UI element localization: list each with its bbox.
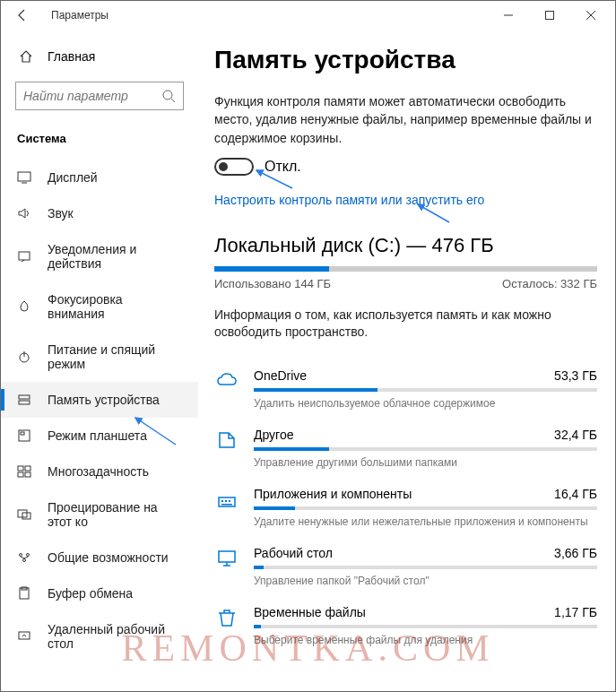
svg-rect-8 [19, 252, 30, 260]
storage-category[interactable]: OneDrive53,3 ГБУдалить неиспользуемое об… [214, 359, 597, 419]
back-button[interactable] [4, 1, 40, 30]
category-desc: Управление другими большими папками [254, 456, 597, 469]
home-icon [19, 49, 33, 64]
sidebar-item-label: Многозадачность [48, 464, 149, 479]
remote-icon [17, 629, 31, 644]
svg-point-23 [27, 554, 30, 557]
sidebar-item-multitask[interactable]: Многозадачность [1, 454, 198, 489]
sidebar-item-label: Дисплей [48, 170, 98, 185]
disk-used: Использовано 144 ГБ [214, 277, 331, 290]
sidebar-item-remote[interactable]: Удаленный рабочий стол [1, 611, 198, 662]
sidebar-item-label: Проецирование на этот ко [48, 500, 182, 529]
svg-rect-16 [18, 466, 23, 471]
sidebar-item-storage[interactable]: Память устройства [1, 382, 198, 418]
configure-link[interactable]: Настроить контроль памяти или запустить … [214, 193, 484, 207]
category-desc: Удалить неиспользуемое облачное содержим… [254, 397, 597, 410]
category-desc: Управление папкой "Рабочий стол" [254, 575, 597, 587]
category-icon [214, 487, 239, 512]
category-icon [214, 546, 239, 571]
storage-category[interactable]: Приложения и компоненты16,4 ГБУдалите не… [214, 478, 597, 537]
category-name: Приложения и компоненты [254, 487, 412, 501]
category-size: 1,17 ГБ [554, 605, 597, 619]
svg-rect-30 [225, 500, 227, 502]
svg-rect-1 [546, 12, 554, 20]
category-bar [254, 566, 597, 569]
sidebar-item-label: Буфер обмена [48, 586, 133, 601]
sidebar-item-notifications[interactable]: Уведомления и действия [1, 231, 198, 281]
svg-rect-19 [25, 472, 30, 477]
category-bar [254, 506, 597, 510]
storage-category[interactable]: Другое32,4 ГБУправление другими большими… [214, 419, 597, 478]
sidebar-item-label: Общие возможности [48, 550, 169, 565]
storage-category[interactable]: Рабочий стол3,66 ГБУправление папкой "Ра… [214, 537, 597, 596]
projection-icon [17, 507, 31, 522]
home-nav[interactable]: Главная [1, 40, 198, 73]
home-label: Главная [48, 49, 95, 64]
power-icon [17, 350, 31, 364]
maximize-button[interactable] [529, 1, 570, 30]
titlebar: Параметры [1, 1, 615, 30]
close-button[interactable] [570, 1, 612, 30]
toggle-label: Откл. [265, 159, 301, 175]
svg-rect-15 [21, 432, 24, 435]
storage-icon [17, 393, 31, 407]
clipboard-icon [17, 586, 31, 601]
disk-info: Информация о том, как используется памят… [214, 307, 597, 342]
search-input[interactable] [23, 89, 149, 103]
svg-rect-18 [18, 472, 23, 477]
category-name: Рабочий стол [254, 546, 333, 560]
category-desc: Выберите временные файлы для удаления [254, 634, 597, 646]
shared-icon [17, 550, 31, 565]
category-size: 53,3 ГБ [554, 368, 597, 383]
category-desc: Удалите ненужные или нежелательные прило… [254, 515, 597, 528]
storage-sense-toggle[interactable] [214, 158, 254, 176]
svg-rect-33 [219, 551, 235, 562]
sidebar-item-shared[interactable]: Общие возможности [1, 540, 198, 575]
sidebar-item-label: Уведомления и действия [48, 242, 182, 271]
sound-icon [17, 206, 31, 221]
sidebar-item-focus[interactable]: Фокусировка внимания [1, 281, 198, 332]
svg-rect-32 [221, 504, 232, 506]
disk-usage-bar [214, 266, 597, 272]
svg-point-22 [20, 554, 22, 557]
category-name: OneDrive [254, 368, 307, 383]
svg-point-24 [23, 559, 26, 562]
window-controls [488, 1, 612, 30]
disk-stats: Использовано 144 ГБ Осталось: 332 ГБ [214, 277, 597, 290]
category-icon [214, 605, 239, 630]
sidebar-item-projection[interactable]: Проецирование на этот ко [1, 489, 198, 540]
category-bar [254, 625, 597, 628]
window-title: Параметры [51, 9, 488, 22]
sidebar-item-display[interactable]: Дисплей [1, 160, 198, 195]
storage-sense-description: Функция контроля памяти может автоматиче… [214, 92, 597, 147]
multitask-icon [17, 464, 31, 479]
category-size: 32,4 ГБ [554, 428, 597, 442]
sidebar-item-label: Звук [48, 206, 74, 221]
sidebar-item-clipboard[interactable]: Буфер обмена [1, 575, 198, 611]
sidebar-item-label: Питание и спящий режим [48, 342, 182, 371]
category-name: Временные файлы [254, 605, 366, 619]
sidebar-item-power[interactable]: Питание и спящий режим [1, 332, 198, 382]
svg-rect-29 [221, 500, 223, 502]
section-header: Система [1, 125, 198, 160]
svg-rect-27 [19, 632, 30, 639]
svg-rect-17 [25, 466, 30, 471]
category-size: 16,4 ГБ [554, 487, 597, 501]
minimize-button[interactable] [488, 1, 529, 30]
search-box[interactable] [15, 82, 184, 110]
sidebar-list: Дисплей Звук Уведомления и действия Фоку… [1, 160, 198, 662]
sidebar-item-sound[interactable]: Звук [1, 195, 198, 231]
category-bar [254, 447, 597, 451]
svg-rect-31 [229, 500, 230, 502]
storage-sense-toggle-row: Откл. [214, 158, 597, 176]
disk-free: Осталось: 332 ГБ [502, 277, 597, 290]
svg-point-4 [163, 91, 172, 99]
sidebar-item-tablet[interactable]: Режим планшета [1, 418, 198, 454]
category-name: Другое [254, 428, 293, 442]
sidebar: Главная Система Дисплей Звук Уведомления… [1, 30, 198, 691]
sidebar-item-label: Память устройства [48, 393, 160, 407]
display-icon [17, 170, 31, 185]
tablet-icon [17, 428, 31, 443]
storage-category[interactable]: Временные файлы1,17 ГБВыберите временные… [214, 596, 597, 655]
focus-icon [17, 299, 31, 314]
